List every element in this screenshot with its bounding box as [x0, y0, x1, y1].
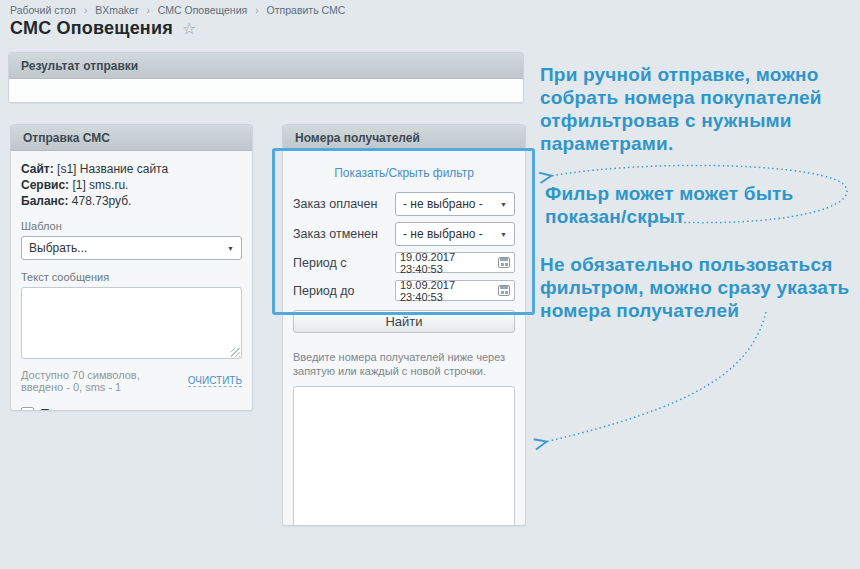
calendar-icon[interactable]	[498, 285, 510, 296]
result-panel-title: Результат отправки	[21, 59, 138, 73]
page-title: СМС Оповещения	[10, 18, 173, 39]
chars-counter: Доступно 70 символов, введено - 0, sms -…	[21, 369, 182, 393]
order-canceled-select[interactable]: - не выбрано - ▼	[395, 222, 515, 246]
breadcrumb-desktop[interactable]: Рабочий стол	[10, 4, 76, 16]
sms-notifications-page: Рабочий стол›BXmaker›СМС Оповещения›Отпр…	[0, 0, 860, 569]
order-canceled-label: Заказ отменен	[293, 227, 378, 241]
translit-checkbox[interactable]	[21, 407, 34, 411]
site-info: Сайт: [s1] Название сайта	[21, 161, 242, 177]
period-from-label: Период с	[293, 256, 347, 270]
chevron-down-icon: ▼	[500, 231, 507, 238]
result-panel: Результат отправки	[8, 52, 524, 103]
send-panel-header: Отправка СМС	[11, 125, 252, 151]
send-panel-title: Отправка СМС	[23, 131, 110, 145]
period-from-input[interactable]: 19.09.2017 23:40:53	[395, 252, 515, 273]
breadcrumb-bxmaker[interactable]: BXmaker	[95, 4, 138, 16]
period-from-value: 19.09.2017 23:40:53	[400, 251, 498, 275]
calendar-icon[interactable]	[498, 257, 510, 268]
translit-row: Транслит	[21, 406, 242, 411]
template-label: Шаблон	[21, 220, 242, 232]
service-value: [1] sms.ru.	[69, 178, 128, 192]
find-button[interactable]: Найти	[293, 310, 515, 333]
filter-row-order-paid: Заказ оплачен - не выбрано - ▼	[293, 192, 515, 216]
period-to-label: Период до	[293, 284, 355, 298]
period-to-input[interactable]: 19.09.2017 23:40:53	[395, 280, 515, 301]
period-to-value: 19.09.2017 23:40:53	[400, 279, 498, 303]
breadcrumb-sms-notifications[interactable]: СМС Оповещения	[158, 4, 247, 16]
recipients-panel-title: Номера получателей	[295, 131, 420, 145]
clear-link[interactable]: ОЧИСТИТЬ	[188, 375, 242, 387]
recipients-panel-header: Номера получателей	[283, 125, 525, 151]
breadcrumb: Рабочий стол›BXmaker›СМС Оповещения›Отпр…	[10, 4, 345, 16]
service-info: Сервис: [1] sms.ru.	[21, 177, 242, 193]
arrow-to-textarea	[545, 312, 766, 442]
balance-label: Баланс:	[21, 194, 69, 208]
translit-label[interactable]: Транслит	[41, 406, 97, 411]
send-sms-panel: Отправка СМС Сайт: [s1] Название сайта С…	[10, 124, 253, 411]
annotation-filter-toggle: Фильр может может быть показан/скрыт	[545, 182, 825, 228]
order-canceled-select-value: - не выбрано -	[403, 227, 483, 241]
message-textarea[interactable]	[21, 287, 242, 359]
filter-toggle-link[interactable]: Показать/Скрыть фильтр	[293, 166, 515, 180]
order-paid-select[interactable]: - не выбрано - ▼	[395, 192, 515, 216]
recipients-textarea[interactable]	[293, 386, 515, 526]
service-label: Сервис:	[21, 178, 69, 192]
breadcrumb-send-sms[interactable]: Отправить СМС	[267, 4, 346, 16]
recipients-panel: Номера получателей Показать/Скрыть фильт…	[282, 124, 526, 526]
filter-row-order-canceled: Заказ отменен - не выбрано - ▼	[293, 222, 515, 246]
resize-handle[interactable]	[231, 348, 240, 357]
site-label: Сайт:	[21, 162, 54, 176]
order-paid-select-value: - не выбрано -	[403, 197, 483, 211]
result-panel-header: Результат отправки	[9, 53, 523, 79]
breadcrumb-separator-icon: ›	[146, 5, 149, 16]
chevron-down-icon: ▼	[500, 201, 507, 208]
resize-handle[interactable]	[504, 525, 513, 526]
recipients-hint: Введите номера получателей ниже через за…	[293, 350, 515, 378]
annotation-manual-send: При ручной отправке, можно собрать номер…	[540, 63, 855, 155]
result-output-area	[9, 79, 523, 103]
favorite-star-icon[interactable]: ☆	[182, 21, 196, 37]
chevron-down-icon: ▼	[227, 245, 234, 252]
order-paid-label: Заказ оплачен	[293, 197, 377, 211]
filter-row-period-from: Период с 19.09.2017 23:40:53	[293, 252, 515, 273]
message-label: Текст сообщения	[21, 271, 242, 283]
balance-value: 478.73руб.	[69, 194, 132, 208]
annotation-direct-numbers: Не обязательно пользоваться фильтром, мо…	[540, 253, 860, 322]
site-value: [s1] Название сайта	[54, 162, 168, 176]
template-select-value: Выбрать...	[29, 241, 87, 255]
template-select[interactable]: Выбрать... ▼	[21, 236, 242, 260]
breadcrumb-separator-icon: ›	[255, 5, 258, 16]
balance-info: Баланс: 478.73руб.	[21, 193, 242, 209]
filter-row-period-to: Период до 19.09.2017 23:40:53	[293, 280, 515, 301]
breadcrumb-separator-icon: ›	[84, 5, 87, 16]
